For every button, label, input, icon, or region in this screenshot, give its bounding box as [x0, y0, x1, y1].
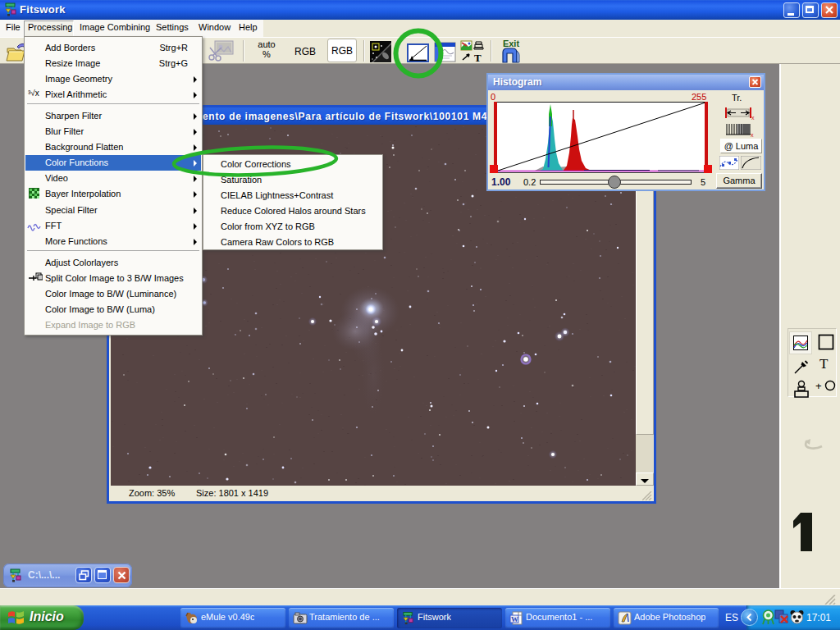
- svg-text:x: x: [751, 115, 755, 121]
- svg-text:x: x: [751, 132, 754, 138]
- svg-text:T: T: [474, 52, 482, 63]
- svg-text:W: W: [511, 615, 518, 623]
